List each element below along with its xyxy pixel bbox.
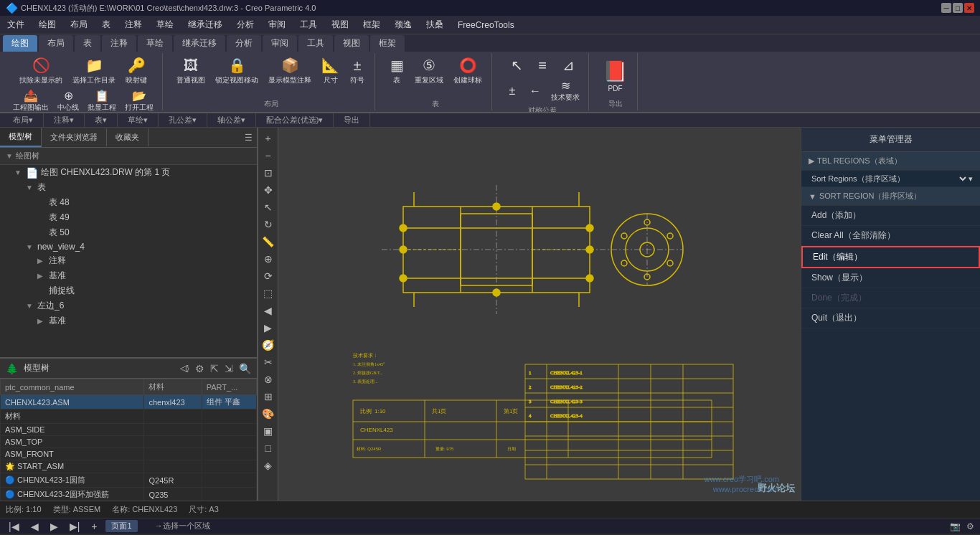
section-table[interactable]: 表▾ xyxy=(85,113,118,127)
tab-model-tree[interactable]: 模型树 xyxy=(0,128,42,147)
panel-options-btn[interactable]: ☰ xyxy=(240,130,257,146)
fit-btn[interactable]: ⊡ xyxy=(260,165,276,181)
ribbon-tab-review2[interactable]: 审阅 xyxy=(263,35,297,52)
pdf-btn[interactable]: 📕 PDF xyxy=(599,55,631,98)
zoom-out-btn[interactable]: − xyxy=(260,148,276,164)
tree-table-50[interactable]: 表 50 xyxy=(0,225,257,240)
tab-favorites[interactable]: 收藏夹 xyxy=(107,128,149,146)
table-row[interactable]: ASM_TOP xyxy=(1,436,257,448)
menu-review[interactable]: 审阅 xyxy=(261,16,293,34)
show-model-btn[interactable]: 📦 显示模型注释 xyxy=(265,55,315,87)
menu-table[interactable]: 表 xyxy=(95,16,118,34)
next-page-btn[interactable]: ▶ xyxy=(47,520,61,533)
ribbon-tab-annotation2[interactable]: 注释 xyxy=(102,35,136,52)
tree-datum2[interactable]: ▶ 基准 xyxy=(0,313,257,328)
select-workdir-btn[interactable]: 📁 选择工作目录 xyxy=(69,55,119,87)
ribbon-tab-inherit2[interactable]: 继承迁移 xyxy=(174,35,225,52)
tree-table-48[interactable]: 表 48 xyxy=(0,195,257,210)
ribbon-tab-table2[interactable]: 表 xyxy=(75,35,100,52)
tab-file-browser[interactable]: 文件夹浏览器 xyxy=(42,128,107,146)
create-balloon-btn[interactable]: ⭕ 创建球标 xyxy=(450,55,486,87)
menu-fusang[interactable]: 扶桑 xyxy=(419,16,451,34)
remove-hidden-btn[interactable]: 🚫 扶除未显示的 xyxy=(16,55,66,87)
drawing-canvas[interactable]: 1 CHENXL423-1 2 CHENXL423-2 3 CHENXL423-… xyxy=(278,128,801,501)
wireframe-btn[interactable]: □ xyxy=(260,440,276,456)
sort-regions-dropdown-row[interactable]: Sort Regions（排序区域） ▾ xyxy=(801,171,980,187)
table-row[interactable]: 🌟 START_ASM xyxy=(1,460,257,473)
prev-view-btn[interactable]: ◀ xyxy=(260,303,276,318)
toggle-axes-btn[interactable]: ⊗ xyxy=(260,371,276,387)
table-row[interactable]: CHENXL423.ASMchenxl423组件 平鑫 xyxy=(1,395,257,409)
menu-annotation[interactable]: 注释 xyxy=(118,16,149,34)
tolerance-btn[interactable]: ⊿ xyxy=(557,55,580,77)
dimension-btn[interactable]: 📐 尺寸 xyxy=(318,55,343,87)
symbol-btn[interactable]: ± 符号 xyxy=(346,55,369,87)
section-hole-tol[interactable]: 孔公差▾ xyxy=(159,113,207,127)
menu-layout[interactable]: 布局 xyxy=(63,16,95,34)
cross-hair-btn[interactable]: ⊕ xyxy=(260,251,276,267)
table-row[interactable]: ASM_FRONT xyxy=(1,448,257,460)
ribbon-tab-frame2[interactable]: 框架 xyxy=(370,35,405,52)
table-row[interactable]: 🔵 CHENXL423-1圆筒Q245R xyxy=(1,473,257,488)
bottom-settings-icon[interactable]: ⚙ xyxy=(966,521,974,531)
tree-annotation[interactable]: ▶ 注释 xyxy=(0,253,257,268)
maximize-button[interactable]: □ xyxy=(953,3,963,13)
zoom-in-btn[interactable]: + xyxy=(260,131,276,146)
expand-all-icon[interactable]: ⇱ xyxy=(210,363,219,374)
tree-table-group[interactable]: ▼ 表 xyxy=(0,180,257,195)
export-dwg-btn[interactable]: 📤 工程图输出 xyxy=(10,87,52,112)
section-sketch[interactable]: 草绘▾ xyxy=(118,113,159,127)
measure-btn[interactable]: 📏 xyxy=(260,234,276,250)
sort-regions-select[interactable]: Sort Regions（排序区域） xyxy=(809,174,969,184)
section-view-btn[interactable]: ✂ xyxy=(260,354,276,370)
map-key-btn[interactable]: 🔑 映射键 xyxy=(122,55,151,87)
minimize-button[interactable]: ─ xyxy=(941,3,951,13)
section-layout[interactable]: 布局▾ xyxy=(3,113,44,127)
ribbon-tab-sketch2[interactable]: 草绘 xyxy=(138,35,172,52)
table-btn[interactable]: ▦ 表 xyxy=(385,55,408,87)
section-annotation[interactable]: 注释▾ xyxy=(44,113,85,127)
sym-tolerance-btn[interactable]: ± xyxy=(502,83,522,99)
menu-add[interactable]: Add（添加） xyxy=(801,206,980,226)
feature-btn[interactable]: ◈ xyxy=(260,458,276,473)
normal-view-btn[interactable]: 🖼 普通视图 xyxy=(173,55,209,87)
shade-btn[interactable]: 🎨 xyxy=(260,406,276,422)
open-dwg-btn[interactable]: 📂 打开工程 xyxy=(122,87,156,112)
tbl-regions-header[interactable]: ▶ TBL REGIONS（表域） xyxy=(801,152,980,171)
centerline-btn[interactable]: ⊕ 中心线 xyxy=(55,87,82,112)
menu-quit[interactable]: Quit（退出） xyxy=(801,308,980,328)
hidden-line-btn[interactable]: ▣ xyxy=(260,423,276,439)
lock-view-btn[interactable]: 🔒 锁定视图移动 xyxy=(212,55,262,87)
add-page-btn[interactable]: + xyxy=(88,520,100,533)
orient-btn[interactable]: 🧭 xyxy=(260,337,276,353)
tree-drawing-root[interactable]: ▼ 📄 绘图 CHENXL423.DRW 的第 1 页 xyxy=(0,165,257,180)
table-row[interactable]: 材料 xyxy=(1,409,257,424)
select-btn[interactable]: ↖ xyxy=(260,199,276,215)
collapse-all-icon[interactable]: ⇲ xyxy=(225,363,233,374)
tree-snapline[interactable]: 捕捉线 xyxy=(0,283,257,298)
tree-table-49[interactable]: 表 49 xyxy=(0,210,257,225)
menu-freecreotools[interactable]: FreeCreoTools xyxy=(451,17,522,33)
toggle-csys-btn[interactable]: ⊞ xyxy=(260,389,276,404)
align-btn[interactable]: ≡ xyxy=(531,55,554,77)
section-fit-tol[interactable]: 配合公差(优选)▾ xyxy=(256,113,334,127)
last-page-btn[interactable]: ▶| xyxy=(67,520,83,533)
close-button[interactable]: ✕ xyxy=(964,3,974,13)
batch-show-btn[interactable]: 📋 批显工程 xyxy=(85,87,119,112)
menu-drawing[interactable]: 绘图 xyxy=(32,16,63,34)
menu-show[interactable]: Show（显示） xyxy=(801,268,980,288)
menu-edit[interactable]: Edit（编辑） xyxy=(801,246,980,268)
horiz-btn[interactable]: ← xyxy=(525,83,545,99)
ribbon-tab-layout[interactable]: 布局 xyxy=(39,35,73,52)
menu-jingyi[interactable]: 颈逸 xyxy=(387,16,419,34)
menu-file[interactable]: 文件 xyxy=(0,16,32,34)
table-row[interactable]: ASM_SIDE xyxy=(1,424,257,436)
tree-leftedge-6[interactable]: ▼ 左边_6 xyxy=(0,298,257,313)
repaint-btn[interactable]: ⟳ xyxy=(260,268,276,284)
ribbon-tab-drawing[interactable]: 绘图 xyxy=(3,35,37,52)
arrow-select-btn[interactable]: ↖ xyxy=(505,55,528,77)
menu-frame[interactable]: 框架 xyxy=(356,16,387,34)
section-export[interactable]: 导出 xyxy=(334,113,370,127)
menu-view[interactable]: 视图 xyxy=(324,16,356,34)
menu-inherit[interactable]: 继承迁移 xyxy=(181,16,230,34)
